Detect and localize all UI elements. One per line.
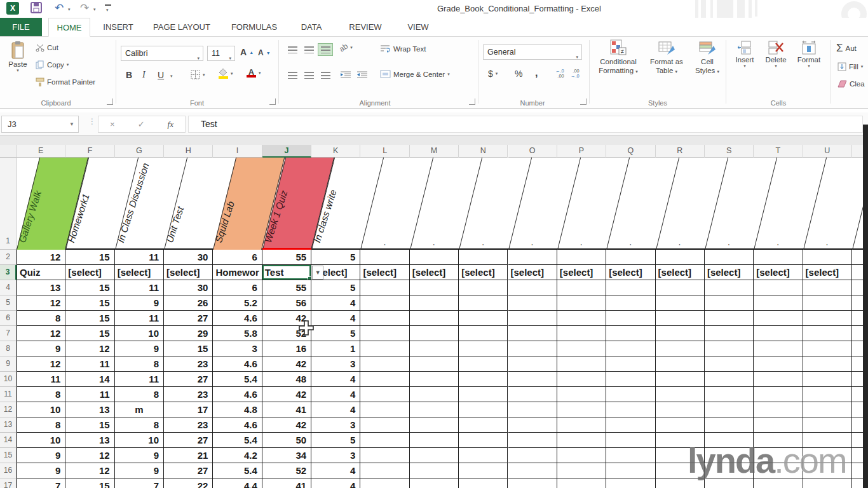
cell-F13[interactable]: 15 bbox=[65, 417, 114, 433]
cell-E12[interactable]: 10 bbox=[17, 402, 65, 417]
format-painter-button[interactable]: Format Painter bbox=[36, 78, 95, 86]
borders-button[interactable]: ▾ bbox=[191, 70, 205, 79]
cell-R7[interactable] bbox=[656, 326, 705, 341]
cell-O17[interactable] bbox=[508, 478, 557, 488]
cell-J10[interactable]: 48 bbox=[262, 372, 311, 387]
cell-partial2[interactable] bbox=[852, 250, 864, 265]
cell-T5[interactable] bbox=[754, 295, 803, 311]
cell-R11[interactable] bbox=[656, 387, 705, 402]
cell-M16[interactable] bbox=[410, 463, 459, 478]
cell-P3[interactable]: [select] bbox=[557, 265, 606, 280]
cell-N16[interactable] bbox=[459, 463, 508, 478]
cell-partial6[interactable] bbox=[852, 311, 864, 326]
cell-J8[interactable]: 16 bbox=[262, 341, 311, 356]
cell-Q10[interactable] bbox=[606, 372, 655, 387]
cell-U5[interactable] bbox=[803, 295, 852, 311]
cell-P8[interactable] bbox=[557, 341, 606, 356]
cell-N8[interactable] bbox=[459, 341, 508, 356]
cell-N12[interactable] bbox=[459, 402, 508, 417]
cell-M13[interactable] bbox=[410, 417, 459, 433]
cell-H12[interactable]: 17 bbox=[164, 402, 213, 417]
cell-G4[interactable]: 11 bbox=[115, 280, 164, 295]
comma-style-button[interactable]: , bbox=[535, 67, 538, 79]
cell-K9[interactable]: 3 bbox=[311, 356, 360, 372]
col-header-L[interactable]: L bbox=[360, 145, 409, 158]
col-header-F[interactable]: F bbox=[65, 145, 114, 158]
row-header-12[interactable]: 12 bbox=[0, 402, 17, 417]
cell-N7[interactable] bbox=[459, 326, 508, 341]
cell-Q3[interactable]: [select] bbox=[606, 265, 655, 280]
name-box[interactable]: J3 ▼ bbox=[1, 116, 79, 133]
cell-U7[interactable] bbox=[803, 326, 852, 341]
undo-dropdown-icon[interactable]: ▾ bbox=[68, 7, 71, 12]
cell-H6[interactable]: 27 bbox=[164, 311, 213, 326]
cell-L12[interactable] bbox=[360, 402, 409, 417]
cell-Q12[interactable] bbox=[606, 402, 655, 417]
tab-view[interactable]: VIEW bbox=[399, 18, 437, 36]
cell-P10[interactable] bbox=[557, 372, 606, 387]
cell-S2[interactable] bbox=[705, 250, 754, 265]
merge-center-button[interactable]: Merge & Center ▾ bbox=[380, 70, 450, 78]
col-header-E[interactable]: E bbox=[17, 145, 65, 158]
cell-Q13[interactable] bbox=[606, 417, 655, 433]
cell-R2[interactable] bbox=[656, 250, 705, 265]
cell-P16[interactable] bbox=[557, 463, 606, 478]
cell-F11[interactable]: 11 bbox=[65, 387, 114, 402]
row-header-14[interactable]: 14 bbox=[0, 433, 17, 448]
cell-T6[interactable] bbox=[754, 311, 803, 326]
tab-review[interactable]: REVIEW bbox=[338, 18, 393, 36]
tab-file[interactable]: FILE bbox=[0, 18, 42, 36]
cell-S4[interactable] bbox=[705, 280, 754, 295]
row-header-2[interactable]: 2 bbox=[0, 250, 17, 265]
cell-Q17[interactable] bbox=[606, 478, 655, 488]
tab-page-layout[interactable]: PAGE LAYOUT bbox=[147, 18, 216, 36]
cell-K15[interactable]: 3 bbox=[311, 448, 360, 463]
row-header-6[interactable]: 6 bbox=[0, 311, 17, 326]
cell-M17[interactable] bbox=[410, 478, 459, 488]
cell-U11[interactable] bbox=[803, 387, 852, 402]
cell-I17[interactable]: 4.4 bbox=[213, 478, 262, 488]
cell-G6[interactable]: 11 bbox=[115, 311, 164, 326]
tab-formulas[interactable]: FORMULAS bbox=[222, 18, 286, 36]
cell-N2[interactable] bbox=[459, 250, 508, 265]
cell-O12[interactable] bbox=[508, 402, 557, 417]
cell-O10[interactable] bbox=[508, 372, 557, 387]
cell-F7[interactable]: 15 bbox=[65, 326, 114, 341]
customize-qat-icon[interactable] bbox=[105, 4, 111, 6]
cell-L4[interactable] bbox=[360, 280, 409, 295]
cell-S12[interactable] bbox=[705, 402, 754, 417]
cell-L14[interactable] bbox=[360, 433, 409, 448]
conditional-formatting-button[interactable]: ≠ Conditional Formatting ▾ bbox=[593, 39, 644, 76]
cell-F6[interactable]: 15 bbox=[65, 311, 114, 326]
align-bottom-button[interactable] bbox=[318, 43, 333, 56]
cell-S9[interactable] bbox=[705, 356, 754, 372]
cell-partial4[interactable] bbox=[852, 280, 864, 295]
copy-button[interactable]: Copy ▾ bbox=[36, 60, 69, 69]
cell-partial16[interactable] bbox=[852, 463, 864, 478]
cell-G3[interactable]: [select] bbox=[115, 265, 164, 280]
col-header-I[interactable]: I bbox=[213, 145, 262, 158]
cell-Q11[interactable] bbox=[606, 387, 655, 402]
excel-app-icon[interactable]: X bbox=[6, 2, 19, 15]
col-header-N[interactable]: N bbox=[459, 145, 508, 158]
cell-T13[interactable] bbox=[754, 417, 803, 433]
cell-H4[interactable]: 30 bbox=[164, 280, 213, 295]
cell-S6[interactable] bbox=[705, 311, 754, 326]
cell-U2[interactable] bbox=[803, 250, 852, 265]
cell-J3[interactable]: Test bbox=[262, 265, 311, 280]
cell-Q14[interactable] bbox=[606, 433, 655, 448]
cell-U6[interactable] bbox=[803, 311, 852, 326]
cell-Q16[interactable] bbox=[606, 463, 655, 478]
cell-S3[interactable]: [select] bbox=[705, 265, 754, 280]
cell-P5[interactable] bbox=[557, 295, 606, 311]
align-top-button[interactable] bbox=[285, 43, 300, 56]
cell-O8[interactable] bbox=[508, 341, 557, 356]
cell-H2[interactable]: 30 bbox=[164, 250, 213, 265]
cell-J4[interactable]: 55 bbox=[262, 280, 311, 295]
cell-O2[interactable] bbox=[508, 250, 557, 265]
cell-T8[interactable] bbox=[754, 341, 803, 356]
cell-H15[interactable]: 21 bbox=[164, 448, 213, 463]
cell-O15[interactable] bbox=[508, 448, 557, 463]
cell-I13[interactable]: 4.6 bbox=[213, 417, 262, 433]
cell-J13[interactable]: 42 bbox=[262, 417, 311, 433]
